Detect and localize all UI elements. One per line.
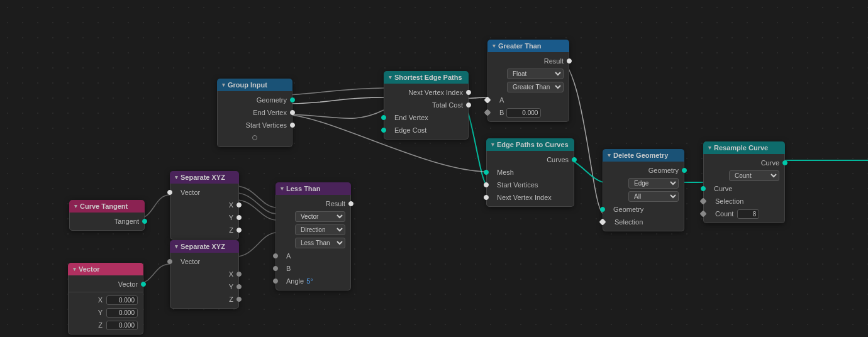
se-nvi-output[interactable]	[466, 90, 471, 95]
dg-edge-select[interactable]: Edge	[628, 178, 679, 189]
se-totalcost-output[interactable]	[466, 102, 471, 108]
vector-header[interactable]: ▾ Vector	[68, 263, 143, 275]
dg-selection-row: Selection	[603, 216, 684, 228]
rc-selection-input[interactable]	[699, 197, 706, 204]
resample-curve-header[interactable]: ▾ Resample Curve	[703, 141, 785, 154]
separate-xyz-2-body: Vector X Y Z	[170, 253, 239, 309]
dg-geometry-label: Geometry	[648, 167, 679, 174]
tangent-output-socket[interactable]	[142, 219, 147, 224]
separate-xyz-1-header[interactable]: ▾ Separate XYZ	[170, 171, 239, 184]
delete-geometry-title: Delete Geometry	[613, 152, 668, 159]
lt-lessthan-select[interactable]: Less Than	[295, 238, 345, 248]
chevron-icon9: ▾	[491, 141, 494, 148]
gt-type-select[interactable]: Float	[507, 69, 564, 79]
chevron-icon7: ▾	[389, 74, 392, 80]
sep1-x-output[interactable]	[236, 202, 242, 207]
lt-vector-select[interactable]: Vector	[295, 211, 345, 222]
shortest-edge-title: Shortest Edge Paths	[394, 74, 462, 81]
gt-b-row: B	[488, 106, 569, 119]
sep2-x-output[interactable]	[236, 272, 242, 277]
greater-than-header[interactable]: ▾ Greater Than	[487, 40, 569, 52]
sep1-z-output[interactable]	[236, 228, 242, 233]
group-input-node: ▾ Group Input Geometry End Vertex Start …	[217, 79, 292, 147]
vector-out-label: Vector	[118, 280, 138, 288]
z-label: Z	[98, 321, 103, 329]
less-than-header[interactable]: ▾ Less Than	[275, 182, 351, 195]
x-input[interactable]: 0.000	[106, 296, 138, 305]
dg-geometry-input[interactable]	[600, 207, 605, 212]
se-nvi-label: Next Vertex Index	[408, 89, 463, 96]
gt-b-input[interactable]	[484, 109, 491, 116]
se-endvertex-input[interactable]	[381, 115, 386, 120]
se-edgecost-row: Edge Cost	[384, 124, 468, 136]
ep-startvertices-input[interactable]	[484, 182, 489, 187]
sep1-vector-label: Vector	[181, 189, 200, 196]
greater-than-body: Result Float Greater Than A B	[487, 52, 569, 122]
rc-curve-output[interactable]	[782, 160, 787, 165]
rc-count-select[interactable]: Count	[729, 170, 779, 181]
vector-output-socket[interactable]	[141, 282, 146, 287]
shortest-edge-body: Next Vertex Index Total Cost End Vertex …	[384, 84, 469, 140]
sep1-z-label: Z	[229, 226, 233, 234]
ep-startvertices-label: Start Vertices	[497, 181, 538, 189]
lt-lessthan-row: Less Than	[276, 236, 350, 250]
ep-nvi-input[interactable]	[484, 195, 489, 200]
gt-result-label: Result	[544, 57, 564, 65]
gi-geometry-output[interactable]	[290, 97, 295, 102]
lt-result-output[interactable]	[348, 201, 353, 206]
separate-xyz-1-body: Vector X Y Z	[170, 184, 239, 240]
resample-curve-title: Resample Curve	[714, 144, 768, 152]
sep1-vector-input[interactable]	[167, 190, 172, 195]
rc-curve-in-row: Curve	[704, 182, 784, 195]
delete-geometry-body: Geometry Edge All Geometry Selection	[603, 162, 684, 231]
z-input[interactable]: 0.000	[106, 321, 138, 330]
gi-endvertex-output[interactable]	[290, 110, 295, 115]
lt-direction-select[interactable]: Direction	[295, 224, 345, 235]
group-input-title: Group Input	[228, 81, 267, 89]
lt-angle-input[interactable]	[273, 279, 278, 284]
curve-tangent-header[interactable]: ▾ Curve Tangent	[69, 200, 145, 213]
chevron-icon11: ▾	[708, 145, 711, 151]
group-input-body: Geometry End Vertex Start Vertices	[217, 91, 292, 147]
rc-count-value[interactable]	[737, 209, 759, 219]
sep2-vector-input[interactable]	[167, 259, 172, 264]
rc-curve-input[interactable]	[701, 186, 706, 191]
gi-endvertex-row: End Vertex	[218, 106, 292, 119]
se-endvertex-row: End Vertex	[384, 111, 468, 124]
ep-mesh-input[interactable]	[484, 170, 489, 175]
y-input[interactable]: 0.000	[106, 308, 138, 318]
gi-startvertices-output[interactable]	[290, 123, 295, 128]
sep2-y-output[interactable]	[236, 284, 242, 289]
ep-curves-output[interactable]	[572, 157, 577, 162]
lt-b-label: B	[286, 265, 291, 272]
gt-func-select[interactable]: Greater Than	[507, 82, 564, 92]
lt-a-input[interactable]	[273, 253, 278, 258]
lt-angle-label: Angle	[286, 277, 304, 285]
rc-count-row: Count	[704, 207, 784, 220]
gt-result-output[interactable]	[567, 58, 572, 64]
group-input-header[interactable]: ▾ Group Input	[217, 79, 292, 91]
node-editor-canvas: ▾ Curve Tangent Tangent ▾ Vector Vector …	[0, 0, 868, 337]
rc-count-input[interactable]	[699, 210, 706, 217]
se-edgecost-input[interactable]	[381, 128, 386, 133]
delete-geometry-header[interactable]: ▾ Delete Geometry	[603, 149, 684, 162]
dg-all-select[interactable]: All	[628, 191, 679, 202]
separate-xyz-2-header[interactable]: ▾ Separate XYZ	[170, 240, 239, 253]
rc-count-label: Count	[715, 210, 733, 218]
dg-geometry-output[interactable]	[682, 168, 687, 173]
sep1-y-output[interactable]	[236, 215, 242, 220]
dg-edge-row: Edge	[603, 177, 684, 190]
gt-b-value[interactable]	[506, 108, 541, 118]
dg-selection-input[interactable]	[599, 218, 606, 225]
dg-selection-label: Selection	[615, 218, 643, 226]
shortest-edge-header[interactable]: ▾ Shortest Edge Paths	[384, 71, 469, 84]
lt-b-input[interactable]	[273, 266, 278, 271]
se-totalcost-row: Total Cost	[384, 99, 468, 111]
gi-startvertices-label: Start Vertices	[246, 121, 287, 129]
edge-paths-header[interactable]: ▾ Edge Paths to Curves	[486, 138, 574, 151]
gt-a-input[interactable]	[484, 96, 491, 103]
gt-func-row: Greater Than	[488, 80, 569, 94]
shortest-edge-node: ▾ Shortest Edge Paths Next Vertex Index …	[384, 71, 469, 140]
gt-a-label: A	[499, 96, 504, 104]
sep2-z-output[interactable]	[236, 297, 242, 302]
